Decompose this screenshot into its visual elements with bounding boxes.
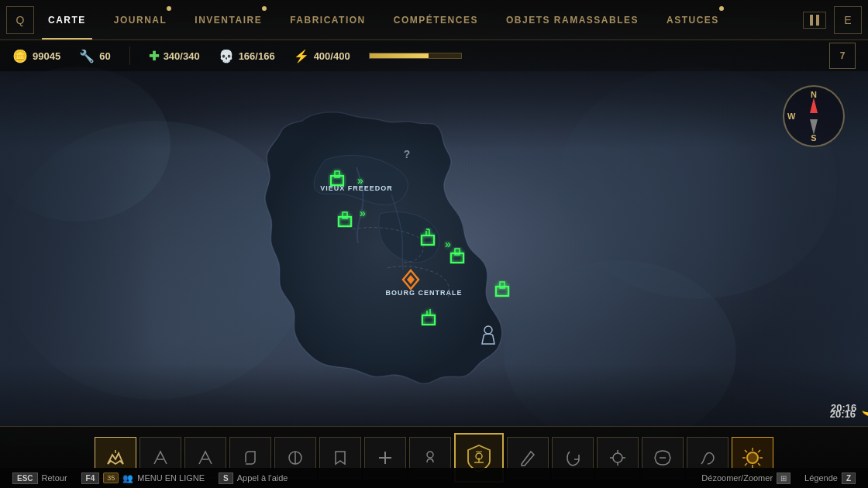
lightning-value: 400/400: [314, 50, 350, 62]
exp-bar-container: [369, 53, 811, 59]
e-nav-icon[interactable]: E: [834, 6, 862, 34]
crafting-value: 60: [99, 50, 110, 62]
crafting-stat: 🔧 60: [79, 49, 110, 64]
lightning-stat: ⚡ 400/400: [294, 49, 350, 64]
svg-text:»: »: [445, 238, 451, 250]
coins-stat: 🪙 99045: [12, 49, 60, 64]
svg-line-44: [758, 450, 760, 452]
pause-button[interactable]: [803, 12, 826, 29]
lightning-icon: ⚡: [294, 49, 309, 64]
compass-circle: N S W: [783, 85, 845, 147]
zoom-badge: ⊞: [777, 473, 790, 484]
top-nav-bar: Q CARTE JOURNAL INVENTAIRE FABRICATION C…: [0, 0, 868, 40]
moon-phase-icon: 🌙: [861, 397, 868, 418]
fog-bottom: [0, 364, 868, 426]
journal-dot: [167, 6, 171, 11]
svg-point-37: [747, 452, 758, 463]
keybind-esc: ESC Retour: [12, 473, 67, 484]
svg-line-45: [745, 463, 747, 466]
keybind-bar: ESC Retour F4 35 👥 MENU EN LIGNE S Appel…: [0, 468, 868, 488]
z-key: Z: [842, 473, 856, 484]
nav-journal[interactable]: JOURNAL: [100, 0, 181, 40]
health-value: 340/340: [164, 50, 200, 62]
fog-top: [0, 71, 868, 149]
level-avatar: 7: [829, 43, 856, 69]
crafting-icon: 🔧: [79, 49, 95, 64]
coins-icon: 🪙: [12, 49, 28, 64]
keybind-zoom: Dézoomer/Zoomer ⊞: [701, 473, 790, 484]
compass-needle-north: [810, 98, 818, 113]
compass: N S W: [783, 85, 845, 147]
f4-label: MENU EN LIGNE: [137, 473, 205, 483]
nav-astuces[interactable]: ASTUCES: [653, 0, 733, 40]
compass-needle-south: [810, 119, 818, 135]
esc-label: Retour: [42, 473, 67, 483]
s-label: Appel à l'aide: [237, 473, 288, 483]
s-key: S: [219, 473, 233, 484]
nav-inventaire[interactable]: INVENTAIRE: [181, 0, 276, 40]
health-icon: ✚: [149, 49, 159, 64]
esc-key: ESC: [12, 473, 38, 484]
zoom-label: Dézoomer/Zoomer: [701, 473, 773, 483]
health-stat: ✚ 340/340: [149, 49, 200, 64]
nav-objets[interactable]: OBJETS RAMASSABLES: [492, 0, 653, 40]
compass-west: W: [787, 112, 795, 121]
nav-competences[interactable]: COMPÉTENCES: [380, 0, 492, 40]
svg-line-43: [758, 463, 760, 466]
stat-divider-1: [129, 46, 130, 65]
nav-fabrication[interactable]: FABRICATION: [276, 0, 380, 40]
skull-value: 166/166: [239, 50, 275, 62]
pause-bar-2: [816, 15, 819, 26]
svg-text:BOURG CENTRALE: BOURG CENTRALE: [386, 289, 463, 297]
svg-line-42: [745, 450, 747, 452]
moon-icon: 20:16 🌙: [831, 395, 856, 420]
coins-value: 99045: [33, 50, 60, 62]
keybind-s: S Appel à l'aide: [219, 473, 288, 484]
skull-icon: 💀: [219, 49, 234, 64]
time-value: 20:16: [831, 402, 856, 414]
level-value: 7: [840, 50, 846, 61]
exp-fill: [370, 53, 429, 58]
exp-bar: [369, 53, 462, 59]
online-badge: 35: [103, 473, 119, 483]
svg-point-33: [427, 452, 433, 458]
svg-text:VIEUX FREEEDOR: VIEUX FREEEDOR: [320, 184, 393, 192]
legend-label: Légende: [804, 473, 838, 483]
svg-point-35: [613, 453, 622, 462]
svg-text:»: »: [360, 207, 366, 219]
q-nav-icon[interactable]: Q: [6, 6, 34, 34]
inventaire-dot: [262, 6, 267, 11]
pause-bar-1: [810, 15, 813, 26]
stats-bar: 🪙 99045 🔧 60 ✚ 340/340 💀 166/166 ⚡ 400/4…: [0, 40, 868, 71]
astuces-dot: [719, 6, 724, 11]
keybind-f4: F4 35 👥 MENU EN LIGNE: [81, 473, 205, 484]
svg-text:?: ?: [404, 148, 411, 160]
skull-stat: 💀 166/166: [219, 49, 275, 64]
nav-carte[interactable]: CARTE: [34, 0, 100, 40]
f4-key: F4: [81, 473, 100, 484]
keybind-legend: Légende Z: [804, 473, 856, 484]
f4-icon: 👥: [122, 473, 133, 483]
